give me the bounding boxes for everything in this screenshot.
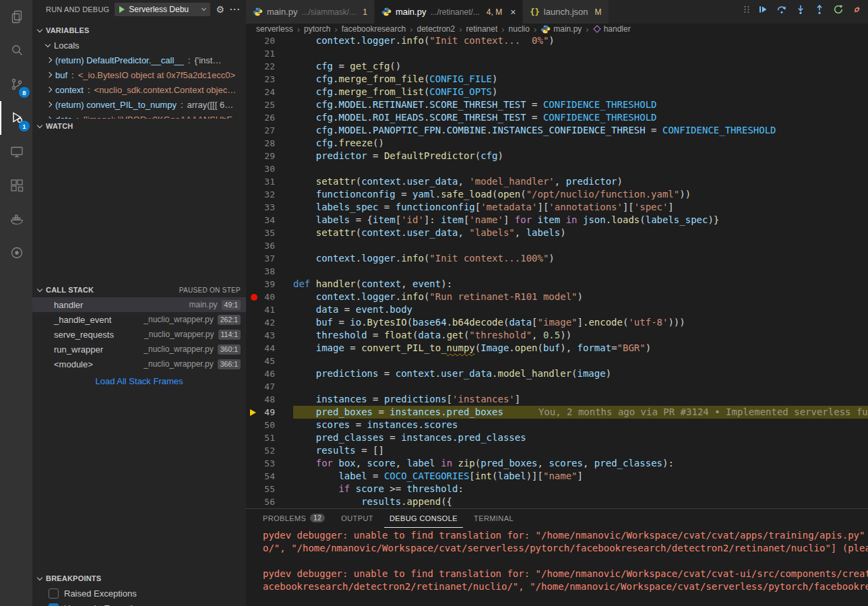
docker-icon[interactable]: [0, 202, 32, 236]
call-stack-frame[interactable]: _handle_event_nuclio_wrapper.py262:1: [32, 312, 246, 327]
gutter[interactable]: 35: [246, 226, 293, 239]
call-stack-frame[interactable]: <module>_nuclio_wrapper.py366:1: [32, 357, 246, 371]
code-line[interactable]: 43 threshold = float(data.get("threshold…: [246, 329, 868, 342]
code-line[interactable]: 32 functionconfig = yaml.safe_load(open(…: [246, 188, 868, 201]
call-stack-section-header[interactable]: CALL STACK PAUSED ON STEP: [32, 282, 246, 297]
editor-tab[interactable]: main.py.../retinanet/...4, M×: [375, 0, 523, 24]
code-line[interactable]: 47: [246, 380, 868, 393]
code-line[interactable]: 39def handler(context, event):: [246, 278, 868, 291]
load-all-stack-frames-link[interactable]: Load All Stack Frames: [32, 376, 246, 386]
code-line[interactable]: 35 setattr(context.user_data, "labels", …: [246, 226, 868, 239]
code-line[interactable]: 46 predictions = context.user_data.model…: [246, 367, 868, 380]
gutter[interactable]: 30: [246, 162, 293, 175]
gear-icon[interactable]: ⚙: [216, 4, 224, 15]
code-line[interactable]: 53 for box, score, label in zip(pred_box…: [246, 457, 868, 470]
breadcrumb-item[interactable]: retinanet: [466, 24, 498, 34]
call-stack-frame[interactable]: run_wrapper_nuclio_wrapper.py360:1: [32, 342, 246, 357]
call-stack-frame[interactable]: handlermain.py49:1: [32, 297, 246, 312]
code-editor[interactable]: 20 context.logger.info("Init context... …: [246, 34, 868, 508]
gutter[interactable]: 42: [246, 316, 293, 329]
gutter[interactable]: 28: [246, 137, 293, 150]
search-icon[interactable]: [0, 34, 32, 67]
variable-row[interactable]: (return) convert_PIL_to_numpy: array([[[…: [32, 97, 246, 112]
panel-tab-output[interactable]: OUTPUT: [336, 509, 379, 528]
run-and-debug-icon[interactable]: 1: [0, 101, 32, 135]
code-line[interactable]: 37 context.logger.info("Init context...1…: [246, 252, 868, 265]
variables-section-header[interactable]: VARIABLES: [32, 23, 246, 38]
gutter[interactable]: 38: [246, 265, 293, 278]
code-line[interactable]: 40 context.logger.info("Run retinanet-R1…: [246, 291, 868, 303]
code-line[interactable]: 29 predictor = DefaultPredictor(cfg): [246, 150, 868, 162]
step-into-button[interactable]: [794, 2, 807, 17]
code-line[interactable]: 41 data = event.body: [246, 303, 868, 316]
more-actions-icon[interactable]: ···: [230, 4, 241, 14]
editor-tab[interactable]: {}launch.jsonM: [523, 0, 609, 24]
gutter[interactable]: 33: [246, 201, 293, 214]
code-line[interactable]: 27 cfg.MODEL.PANOPTIC_FPN.COMBINE.INSTAN…: [246, 124, 868, 137]
gutter[interactable]: 55: [246, 483, 293, 495]
breakpoint-row[interactable]: Raised Exceptions: [32, 586, 246, 601]
code-line[interactable]: 45: [246, 355, 868, 367]
gutter[interactable]: 44: [246, 342, 293, 355]
gutter[interactable]: 56: [246, 495, 293, 508]
code-line[interactable]: 44 image = convert_PIL_to_numpy(Image.op…: [246, 342, 868, 355]
gutter[interactable]: 36: [246, 239, 293, 252]
restart-button[interactable]: [832, 2, 845, 17]
gutter[interactable]: 52: [246, 444, 293, 457]
call-stack-frame[interactable]: serve_requests_nuclio_wrapper.py114:1: [32, 327, 246, 342]
gutter[interactable]: 48: [246, 393, 293, 406]
step-out-button[interactable]: [813, 2, 826, 17]
code-line[interactable]: 23 cfg.merge_from_file(CONFIG_FILE): [246, 73, 868, 86]
gutter[interactable]: 50: [246, 419, 293, 431]
breadcrumb-item[interactable]: nuclio: [509, 24, 530, 34]
gutter[interactable]: 46: [246, 367, 293, 380]
gutter[interactable]: 22: [246, 60, 293, 73]
start-debug-icon[interactable]: [119, 6, 125, 13]
code-line[interactable]: 56 results.append({: [246, 495, 868, 508]
gutter[interactable]: 27: [246, 124, 293, 137]
live-share-icon[interactable]: [0, 236, 32, 270]
continue-button[interactable]: [756, 2, 770, 17]
remote-explorer-icon[interactable]: [0, 135, 32, 169]
launch-config-dropdown[interactable]: Serverless Debu: [115, 3, 210, 16]
breadcrumb-item[interactable]: facebookresearch: [342, 24, 406, 34]
panel-tab-debug-console[interactable]: DEBUG CONSOLE: [384, 509, 463, 528]
gutter[interactable]: 47: [246, 380, 293, 393]
drag-grip-icon[interactable]: [743, 2, 751, 17]
code-line[interactable]: 22 cfg = get_cfg(): [246, 60, 868, 73]
gutter[interactable]: 37: [246, 252, 293, 265]
variable-row[interactable]: (return) DefaultPredictor.__call__: {'in…: [32, 53, 246, 67]
gutter[interactable]: 20: [246, 34, 293, 47]
gutter[interactable]: 29: [246, 150, 293, 162]
checkbox[interactable]: [49, 588, 59, 599]
gutter[interactable]: 51: [246, 431, 293, 444]
breadcrumb-item[interactable]: handler: [593, 24, 631, 34]
close-icon[interactable]: ×: [510, 7, 516, 17]
code-line[interactable]: 26 cfg.MODEL.ROI_HEADS.SCORE_THRESH_TEST…: [246, 111, 868, 124]
code-line[interactable]: 55 if score >= threshold:: [246, 483, 868, 495]
code-line[interactable]: 33 labels_spec = functionconfig['metadat…: [246, 201, 868, 214]
code-line[interactable]: 21: [246, 47, 868, 60]
gutter[interactable]: 53: [246, 457, 293, 470]
gutter[interactable]: 23: [246, 73, 293, 86]
explorer-icon[interactable]: [0, 0, 32, 34]
code-line[interactable]: 52 results = []: [246, 444, 868, 457]
breakpoint-icon[interactable]: [251, 294, 257, 301]
gutter[interactable]: 31: [246, 175, 293, 188]
source-control-icon[interactable]: 8: [0, 67, 32, 101]
code-line[interactable]: 51 pred_classes = instances.pred_classes: [246, 431, 868, 444]
gutter[interactable]: 41: [246, 303, 293, 316]
gutter[interactable]: 25: [246, 98, 293, 111]
code-line[interactable]: 30: [246, 162, 868, 175]
gutter[interactable]: 54: [246, 470, 293, 483]
gutter[interactable]: 26: [246, 111, 293, 124]
gutter[interactable]: 32: [246, 188, 293, 201]
scope-locals[interactable]: Locals: [32, 38, 246, 53]
code-line[interactable]: 24 cfg.merge_from_list(CONFIG_OPTS): [246, 86, 868, 98]
gutter[interactable]: 24: [246, 86, 293, 98]
code-line[interactable]: 50 scores = instances.scores: [246, 419, 868, 431]
gutter[interactable]: 40: [246, 291, 293, 303]
disconnect-button[interactable]: [850, 2, 864, 17]
code-line[interactable]: 38: [246, 265, 868, 278]
panel-tab-terminal[interactable]: TERMINAL: [468, 509, 519, 528]
